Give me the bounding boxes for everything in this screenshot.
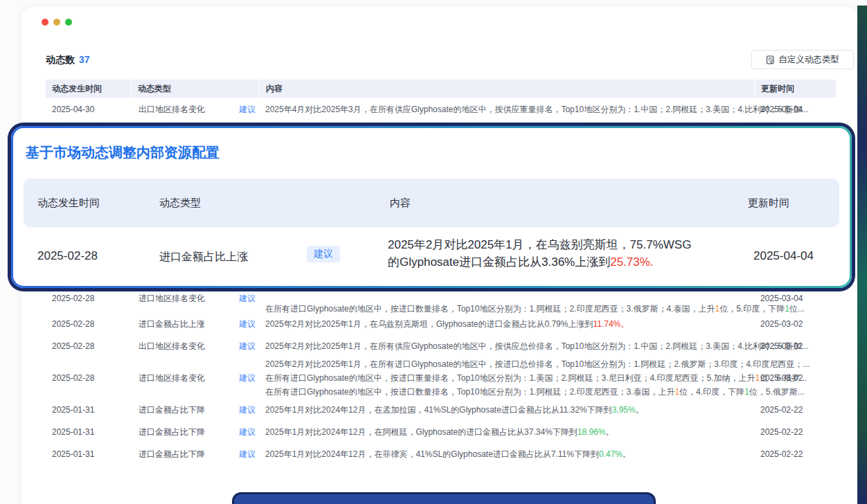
window-minimize-dot[interactable] [53,19,60,26]
row-content: 2025年2月对比2025年1月，在乌兹别克斯坦，Glyphosate的进口金额… [265,317,746,331]
window-zoom-dot[interactable] [65,19,72,26]
form-gear-icon [766,55,775,64]
row-date: 2025-02-28 [52,294,94,303]
row-type: 进口金额占比下降 [138,449,205,460]
callout-row-update: 2025-04-04 [753,249,814,263]
dynamics-count: 动态数37 [46,54,90,66]
row-date: 2025-02-28 [52,341,94,351]
row-type: 出口地区排名变化 [138,341,205,352]
row-type: 进口地区排名变化 [138,372,205,384]
row-date: 2025-01-31 [52,449,94,459]
row-content: 2025年1月对比2024年12月，在菲律宾，41%SL的Glyphosate进… [265,447,746,461]
dynamics-count-value: 37 [79,54,90,65]
suggestion-badge[interactable]: 建议 [239,426,256,438]
row-type: 进口金额占比上涨 [138,318,205,330]
offscreen-callout-edge-right [857,6,867,504]
row-update: 2025-02-22 [760,449,803,459]
row-update: 2025-02-22 [760,427,803,437]
row-date: 2025-02-28 [52,373,94,383]
table-row[interactable]: 2025-02-28 进口地区排名变化 建议 2025年2月对比2025年1月，… [46,357,836,399]
callout-col-occur-time: 动态发生时间 [37,197,100,210]
dynamics-count-label: 动态数 [46,54,75,65]
row-type: 进口金额占比下降 [138,426,205,438]
callout-col-content: 内容 [390,197,411,210]
row-type: 进口地区排名变化 [138,293,205,305]
row-type: 出口地区排名变化 [138,104,205,116]
offscreen-callout-edge-bottom [234,494,654,504]
callout-row-date: 2025-02-28 [37,249,98,263]
suggestion-badge[interactable]: 建议 [239,341,256,352]
custom-dynamic-type-button[interactable]: 自定义动态类型 [751,50,854,69]
custom-dynamic-type-label: 自定义动态类型 [778,54,839,66]
suggestion-badge[interactable]: 建议 [239,449,256,460]
highlighted-percentage: 25.73%. [610,255,653,269]
row-content: 2025年1月对比2024年12月，在孟加拉国，41%SL的Glyphosate… [265,403,746,417]
row-update: 2025-03-02 [760,373,803,383]
row-date: 2025-01-31 [52,427,94,437]
suggestion-badge[interactable]: 建议 [239,318,256,330]
table-row[interactable]: 2025-02-28 出口地区排名变化 建议 2025年2月对比2025年1月，… [46,335,836,357]
callout-row-type: 进口金额占比上涨 [159,250,248,264]
callout-title: 基于市场动态调整内部资源配置 [26,143,220,162]
table-header: 动态发生时间 动态类型 内容 更新时间 [46,80,836,98]
table-row[interactable]: 2025-02-28 进口金额占比上涨 建议 2025年2月对比2025年1月，… [46,313,836,335]
callout-col-update-time: 更新时间 [748,197,789,210]
row-update: 2025-03-02 [760,319,803,329]
suggestion-badge[interactable]: 建议 [239,372,256,384]
row-update: 2025-03-02 [760,341,803,351]
table-row[interactable]: 2025-04-30 出口地区排名变化 建议 2025年4月对比2025年3月，… [46,98,836,121]
row-date: 2025-04-30 [52,105,94,114]
callout-col-type: 动态类型 [159,197,201,210]
suggestion-badge[interactable]: 建议 [239,293,256,305]
col-header-update-time: 更新时间 [755,80,836,98]
row-content: 2025年1月对比2024年12月，在阿根廷，Glyphosate的进口金额占比… [265,425,746,439]
window-close-dot[interactable] [42,19,48,26]
callout-row-content: 2025年2月对比2025年1月，在乌兹别亮斯坦，75.7%WSG 的Glyph… [388,236,691,271]
table-row[interactable]: 2025-01-31 进口金额占比下降 建议 2025年1月对比2024年12月… [46,443,836,465]
suggestion-badge[interactable]: 建议 [239,404,256,416]
callout-suggestion-badge[interactable]: 建议 [307,246,340,262]
row-content: 2025年4月对比2025年3月，在所有供应Glyphosate的地区中，按供应… [265,102,746,116]
highlight-callout: 基于市场动态调整内部资源配置 动态发生时间 动态类型 内容 更新时间 2025-… [11,126,852,288]
row-date: 2025-02-28 [52,319,94,329]
table-row[interactable]: 2025-01-31 进口金额占比下降 建议 2025年1月对比2024年12月… [46,399,836,421]
row-type: 进口金额占比下降 [138,404,205,416]
row-update: 2025-02-22 [760,405,803,415]
row-content: 2025年2月对比2025年1月，在所有进口Glyphosate的地区中，按进口… [265,357,746,399]
col-header-occur-time: 动态发生时间 [46,80,132,98]
row-date: 2025-01-31 [52,405,94,415]
row-content: 2025年2月对比2025年1月，在所有供应Glyphosate的地区中，按供应… [265,339,746,353]
col-header-content: 内容 [260,80,755,98]
suggestion-badge[interactable]: 建议 [239,104,256,116]
callout-table-header: 动态发生时间 动态类型 内容 更新时间 [24,179,839,227]
table-row[interactable]: 2025-01-31 进口金额占比下降 建议 2025年1月对比2024年12月… [46,421,836,443]
col-header-type: 动态类型 [132,80,260,98]
row-update: 2025-03-04 [760,294,803,303]
row-update: 2025-05-04 [760,105,803,114]
